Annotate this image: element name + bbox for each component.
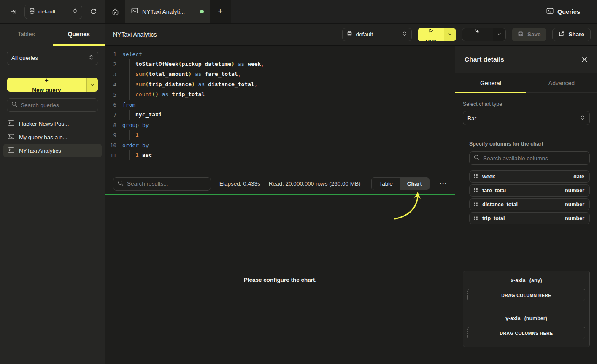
search-queries-input[interactable] [21, 102, 94, 108]
top-bar: default NYTaxi Analyti... + [0, 0, 597, 24]
run-button[interactable]: Run [418, 28, 444, 41]
column-pill-week[interactable]: weekdate [469, 170, 590, 183]
drag-handle-icon [473, 173, 478, 181]
sql-ai-dropdown-button[interactable] [493, 28, 505, 41]
share-label: Share [568, 31, 584, 38]
code-line: 7nyc_taxi [105, 110, 455, 120]
column-name: distance_total [482, 202, 518, 208]
search-results-input[interactable] [127, 181, 206, 187]
line-number: 4 [105, 81, 116, 88]
line-number: 2 [105, 61, 116, 67]
sidebar-tabs: TablesQueries [0, 24, 105, 45]
sql-ai-button[interactable]: SQL AI [462, 28, 493, 41]
tab-title: NYTaxi Analyti... [142, 8, 185, 15]
toolbar-database-selector[interactable]: default [342, 28, 412, 41]
search-columns-input[interactable] [483, 155, 585, 162]
query-item-label: Hacker News Pos... [19, 121, 69, 127]
code-line: 4sum(trip_distance) as distance_total, [105, 79, 455, 89]
refresh-icon[interactable] [87, 6, 99, 18]
sidebar-header: default [0, 0, 105, 23]
column-name: fare_total [482, 188, 506, 194]
query-title: NYTaxi Analytics [113, 31, 157, 38]
tab-nytaxi-analytics[interactable]: NYTaxi Analyti... [125, 0, 210, 23]
drag-handle-icon [473, 201, 478, 208]
new-query-dropdown-button[interactable] [86, 78, 98, 92]
close-icon[interactable] [581, 56, 588, 62]
search-results-field[interactable] [113, 177, 211, 191]
save-button[interactable]: Save [512, 28, 547, 41]
line-number: 5 [105, 92, 116, 98]
query-toolbar: NYTaxi Analytics default [105, 24, 597, 46]
chart-type-value: Bar [467, 115, 476, 121]
chart-type-select[interactable]: Bar [463, 111, 590, 125]
code-line: 2toStartOfWeek(pickup_datetime) as week, [105, 59, 455, 69]
line-number: 9 [105, 132, 116, 138]
new-tab-button[interactable]: + [210, 0, 231, 23]
queries-menu-button[interactable]: Queries [546, 0, 597, 23]
home-tab[interactable] [105, 0, 125, 23]
line-number: 11 [105, 152, 116, 159]
view-toggle: TableChart [371, 177, 430, 190]
chevron-updown-icon [402, 31, 407, 38]
query-filter-value: All queries [11, 55, 38, 61]
database-selector[interactable]: default [24, 5, 82, 19]
search-icon [11, 101, 17, 109]
sql-ai-label: SQL AI [468, 40, 487, 41]
drag-handle-icon [473, 215, 478, 222]
panel-title: Chart details [465, 56, 504, 63]
tab-strip: NYTaxi Analyti... + [105, 0, 231, 23]
line-number: 3 [105, 71, 116, 78]
sidebar-tab-queries[interactable]: Queries [53, 24, 105, 45]
code-line: 8group by [105, 120, 455, 130]
column-type: number [565, 188, 584, 194]
run-dropdown-button[interactable] [444, 28, 456, 41]
code-line: 1select [105, 49, 455, 59]
database-selector-value: default [38, 8, 56, 15]
query-filter-select[interactable]: All queries [7, 51, 98, 65]
line-number: 6 [105, 102, 116, 108]
terminal-icon [8, 133, 14, 141]
query-list-item[interactable]: NYTaxi Analytics [3, 144, 102, 157]
panel-tab-advanced[interactable]: Advanced [526, 73, 597, 92]
code-line: 6from [105, 100, 455, 110]
line-number: 1 [105, 51, 116, 57]
search-queries-field[interactable] [7, 98, 98, 112]
sql-editor[interactable]: 1select2toStartOfWeek(pickup_datetime) a… [105, 46, 455, 173]
chart-type-label: Select chart type [463, 101, 590, 107]
panel-tab-general[interactable]: General [455, 73, 526, 92]
view-toggle-chart[interactable]: Chart [400, 178, 429, 190]
search-columns-field[interactable] [469, 151, 590, 165]
collapse-sidebar-icon[interactable] [8, 6, 19, 18]
line-number: 10 [105, 142, 116, 148]
results-bar: Elapsed: 0.433s Read: 20,000,000 rows (2… [105, 173, 455, 194]
chevron-updown-icon [89, 54, 94, 62]
play-icon [428, 28, 434, 35]
query-list-item[interactable]: My query has a n... [3, 130, 102, 144]
code-line: 5count() as trip_total [105, 89, 455, 100]
chart-empty-message: Please configure the chart. [244, 277, 317, 283]
terminal-icon [8, 147, 14, 154]
columns-label: Specify columns for the chart [469, 141, 590, 147]
line-number: 8 [105, 122, 116, 128]
view-toggle-table[interactable]: Table [372, 178, 400, 190]
column-pill-trip_total[interactable]: trip_totalnumber [469, 212, 590, 224]
sidebar: TablesQueries All queries + New query [0, 24, 105, 364]
column-name: week [482, 174, 495, 180]
query-list-item[interactable]: Hacker News Pos... [3, 117, 102, 130]
database-icon [347, 31, 352, 38]
x-axis-drop-zone[interactable]: DRAG COLUMN HERE [467, 289, 585, 301]
more-options-button[interactable]: ··· [438, 180, 449, 187]
code-line: 111 asc [105, 150, 455, 160]
new-query-button[interactable]: + New query [7, 78, 86, 92]
column-type: date [573, 174, 584, 180]
x-axis-type-hint: (any) [529, 278, 542, 283]
column-pill-distance_total[interactable]: distance_totalnumber [469, 198, 590, 210]
y-axis-drop-zone[interactable]: DRAG COLUMNS HERE [467, 327, 585, 339]
y-axis-section: y-axis (number) DRAG COLUMNS HERE [463, 309, 589, 347]
share-button[interactable]: Share [552, 28, 591, 41]
column-pill-fare_total[interactable]: fare_totalnumber [469, 184, 590, 197]
search-icon [474, 154, 480, 162]
terminal-icon [8, 120, 14, 127]
new-query-label: New query [32, 87, 61, 92]
sidebar-tab-tables[interactable]: Tables [0, 24, 53, 45]
